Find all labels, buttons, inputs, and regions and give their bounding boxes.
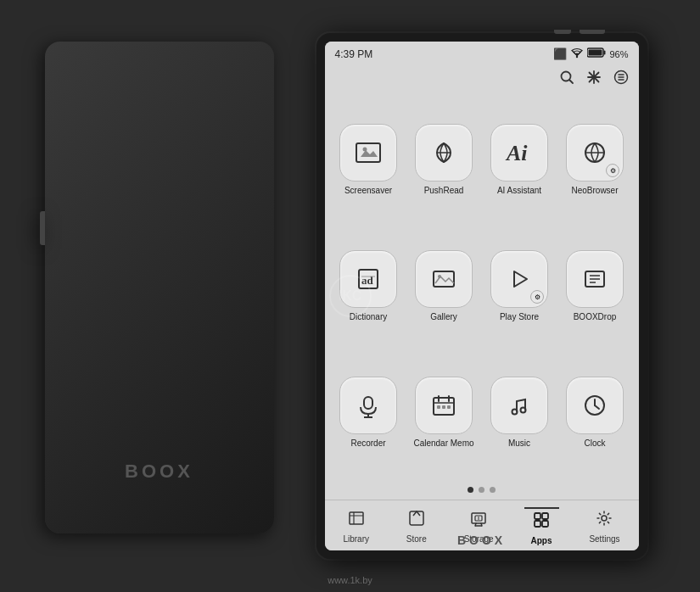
nav-library[interactable]: Library: [336, 509, 376, 544]
playstore-label: Play Store: [500, 312, 539, 322]
booxdrop-label: BOOXDrop: [574, 312, 617, 322]
svg-line-44: [595, 405, 599, 409]
dot-1[interactable]: [468, 487, 473, 493]
notification-icon: ⬛: [553, 47, 567, 60]
pushread-label: PushRead: [424, 186, 464, 196]
screen: 4:39 PM ⬛: [325, 42, 639, 550]
store-label: Store: [406, 534, 427, 544]
menu-icon[interactable]: [613, 70, 629, 89]
apps-icon: [532, 511, 551, 533]
settings-icon: [595, 509, 613, 532]
clock-icon-wrapper: [566, 377, 624, 434]
app-ai-assistant[interactable]: Ai AI Assistant: [484, 99, 555, 221]
battery-icon: [587, 47, 606, 60]
app-recorder[interactable]: Recorder: [333, 352, 404, 473]
recorder-label: Recorder: [350, 438, 385, 449]
storage-icon: [469, 509, 488, 532]
app-music[interactable]: Music: [484, 352, 555, 473]
top-button-1[interactable]: [580, 30, 605, 34]
svg-rect-55: [535, 521, 540, 527]
apps-label: Apps: [531, 536, 552, 545]
ai-icon-wrapper: Ai: [490, 124, 548, 182]
app-screensaver[interactable]: Screensaver: [333, 99, 404, 221]
svg-point-15: [363, 148, 367, 152]
svg-rect-2: [604, 51, 606, 55]
neobrowser-label: NeoBrowser: [571, 186, 618, 196]
svg-text:Ai: Ai: [505, 141, 528, 165]
neobrowser-badge: ⚙: [606, 164, 619, 177]
dot-3[interactable]: [490, 487, 496, 493]
page-indicators: [325, 480, 639, 500]
status-bar: 4:39 PM ⬛: [325, 42, 639, 66]
neobrowser-icon-wrapper: ⚙: [566, 124, 624, 182]
svg-point-57: [602, 516, 607, 521]
screensaver-label: Screensaver: [344, 186, 392, 196]
svg-rect-53: [535, 513, 540, 519]
clock-label: Clock: [584, 438, 605, 449]
nav-store[interactable]: Store: [400, 509, 434, 544]
playstore-badge: ⚙: [530, 290, 544, 304]
svg-point-24: [438, 275, 441, 278]
svg-text:ad: ad: [361, 274, 374, 287]
wifi-icon: [570, 47, 584, 61]
svg-rect-54: [542, 513, 548, 519]
app-playstore[interactable]: ⚙ Play Store: [484, 226, 555, 347]
recorder-icon-wrapper: [339, 377, 397, 434]
svg-rect-38: [442, 405, 445, 409]
nav-settings[interactable]: Settings: [582, 509, 626, 544]
pushread-icon-wrapper: [415, 124, 473, 182]
app-gallery[interactable]: Gallery: [409, 226, 479, 347]
status-icons: ⬛: [553, 47, 628, 61]
calendar-icon-wrapper: [415, 377, 473, 434]
playstore-icon-wrapper: ⚙: [490, 250, 548, 308]
svg-point-0: [576, 56, 578, 58]
app-dictionary[interactable]: ad Dictionary: [333, 226, 404, 347]
device-back: BOOX: [45, 42, 274, 533]
music-icon-wrapper: [490, 377, 548, 434]
dictionary-label: Dictionary: [350, 312, 387, 322]
svg-line-5: [569, 81, 573, 84]
top-button-2[interactable]: [554, 30, 571, 34]
dot-2[interactable]: [479, 487, 484, 493]
app-booxdrop[interactable]: BOOXDrop: [560, 226, 630, 347]
svg-rect-3: [589, 50, 602, 56]
app-clock[interactable]: Clock: [560, 352, 630, 473]
side-button[interactable]: [40, 211, 45, 245]
status-time: 4:39 PM: [335, 48, 373, 60]
site-watermark: www.1k.by: [328, 575, 372, 585]
svg-point-41: [521, 408, 526, 413]
svg-rect-45: [350, 512, 363, 524]
device-wrapper: BOOX 4:39 PM ⬛: [28, 16, 673, 576]
app-neobrowser[interactable]: ⚙ NeoBrowser: [560, 99, 630, 221]
ai-assistant-label: AI Assistant: [497, 186, 541, 196]
nav-apps[interactable]: Apps: [524, 507, 559, 545]
settings-label: Settings: [589, 534, 619, 544]
svg-marker-25: [514, 271, 527, 287]
battery-percent: 96%: [609, 49, 628, 59]
svg-point-4: [561, 72, 570, 81]
svg-point-40: [512, 410, 518, 415]
svg-rect-56: [542, 521, 548, 527]
toolbar: [325, 66, 639, 92]
svg-rect-39: [447, 405, 451, 409]
device-front: 4:39 PM ⬛: [316, 33, 647, 559]
front-boox-label: BOOX: [457, 533, 506, 547]
app-pushread[interactable]: PushRead: [409, 99, 479, 221]
search-icon[interactable]: [559, 70, 574, 89]
app-calendar[interactable]: Calendar Memo: [409, 352, 479, 473]
svg-rect-30: [364, 397, 372, 409]
library-label: Library: [343, 534, 369, 544]
gallery-icon-wrapper: [415, 250, 473, 308]
library-icon: [347, 509, 366, 532]
dictionary-icon-wrapper: ad: [339, 250, 397, 308]
svg-rect-37: [437, 405, 440, 409]
app-grid: Screensaver PushRead: [325, 92, 639, 480]
back-boox-label: BOOX: [125, 461, 193, 483]
booxdrop-icon-wrapper: [566, 250, 624, 308]
svg-rect-48: [410, 511, 423, 525]
gallery-label: Gallery: [430, 312, 457, 322]
snowflake-icon[interactable]: [586, 70, 602, 89]
store-icon: [407, 509, 426, 532]
calendar-label: Calendar Memo: [413, 438, 473, 449]
music-label: Music: [508, 438, 530, 449]
